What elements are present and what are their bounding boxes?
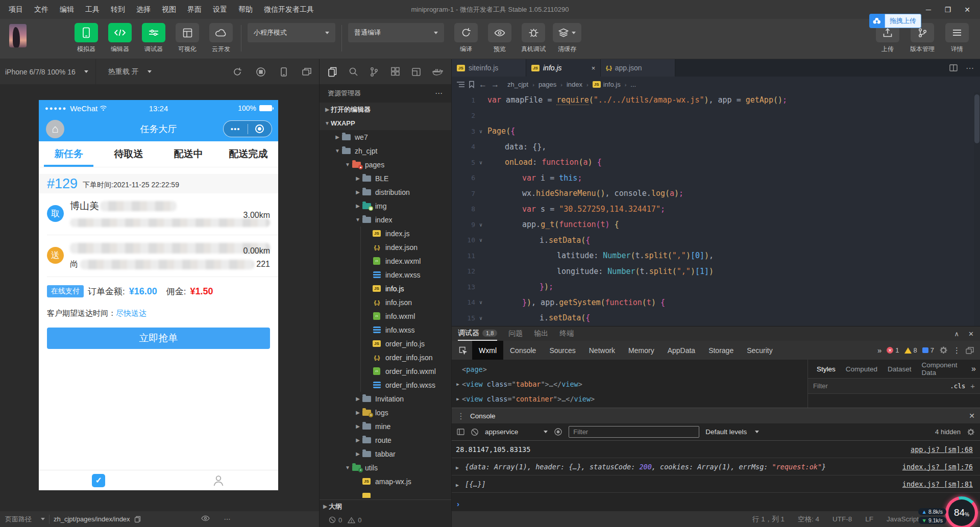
menu-item[interactable]: 转到: [106, 3, 130, 16]
tree-item-route[interactable]: ▶ route: [320, 433, 451, 447]
breadcrumb-item[interactable]: zh_cjpt: [507, 81, 528, 88]
home-button[interactable]: ⌂: [46, 120, 64, 138]
code-editor[interactable]: 1 var amapFile = require("../../utils/am…: [452, 92, 980, 326]
dock-side-icon[interactable]: [966, 347, 974, 354]
source-link[interactable]: index.js? [sm]:76: [902, 463, 973, 471]
editor-tab-siteinfo.js[interactable]: JSsiteinfo.js: [452, 59, 526, 77]
styles-filter-input[interactable]: Filter: [813, 382, 945, 390]
overflow-tabs-icon[interactable]: »: [971, 364, 976, 373]
copy-icon[interactable]: [134, 516, 141, 523]
tree-item[interactable]: [320, 488, 451, 499]
editor-tab-app.json[interactable]: {..}app.json: [601, 59, 675, 77]
order-tab-新任务[interactable]: 新任务: [39, 141, 99, 167]
tree-item-info.wxss[interactable]: info.wxss: [320, 323, 451, 337]
tree-item-logs[interactable]: ▶ ≡logs: [320, 406, 451, 419]
tree-item-order_info.wxss[interactable]: order_info.wxss: [320, 378, 451, 392]
tree-item-amap-wx.js[interactable]: JSamap-wx.js: [320, 474, 451, 488]
tree-item-we7[interactable]: ▶ we7: [320, 130, 451, 144]
rotate-device-icon[interactable]: [279, 67, 288, 77]
toolbar-button-编译[interactable]: 编译: [452, 23, 480, 54]
pickup-section[interactable]: 取 博山美 3.00km: [39, 193, 278, 235]
devtools-tab-Console[interactable]: Console: [503, 341, 543, 360]
toolbar-button-详情[interactable]: 详情: [943, 23, 971, 54]
wxml-node[interactable]: ▶ <view class="container">…</view>: [454, 391, 807, 406]
menu-item[interactable]: 编辑: [55, 3, 79, 16]
tree-item-info.json[interactable]: {..}info.json: [320, 295, 451, 309]
new-style-rule-icon[interactable]: +: [970, 382, 975, 390]
source-control-icon[interactable]: [370, 67, 379, 77]
log-levels-select[interactable]: Default levels: [705, 428, 759, 436]
devtools-tab-Storage[interactable]: Storage: [702, 341, 740, 360]
console-message[interactable]: 28.81147,105.83135 app.js? [sm]:68: [452, 441, 980, 458]
tree-item-order_info.js[interactable]: JSorder_info.js: [320, 337, 451, 350]
devtools-tab-AppData[interactable]: AppData: [661, 341, 702, 360]
bookmark-icon[interactable]: [469, 81, 475, 88]
clear-console-icon[interactable]: [471, 428, 479, 436]
order-tab-配送完成[interactable]: 配送完成: [218, 141, 278, 167]
menu-item[interactable]: 帮助: [234, 3, 257, 16]
performance-gauge[interactable]: 84%: [945, 496, 978, 527]
order-header[interactable]: #129 下单时间:2021-11-25 22:22:59: [39, 174, 278, 193]
menu-item[interactable]: 视图: [157, 3, 181, 16]
fold-arrow-icon[interactable]: ∨: [475, 315, 486, 321]
toolbar-button-真机调试[interactable]: 真机调试: [520, 23, 547, 54]
more-icon[interactable]: ⋯: [224, 515, 232, 523]
restart-icon[interactable]: [232, 67, 242, 77]
styles-tab-Dataset[interactable]: Dataset: [883, 365, 916, 373]
menu-item[interactable]: 项目: [4, 3, 28, 16]
console-settings-icon[interactable]: [967, 428, 975, 436]
breadcrumb-item[interactable]: ...: [630, 81, 636, 88]
devtools-tab-Sources[interactable]: Sources: [543, 341, 582, 360]
nav-forward-icon[interactable]: →: [491, 80, 499, 89]
tree-item-utils[interactable]: ▼ +utils: [320, 461, 451, 474]
console-message[interactable]: ▶ [{…}] index.js? [sm]:81: [452, 475, 980, 493]
console-filter-input[interactable]: Filter: [569, 426, 699, 438]
docker-icon[interactable]: [432, 67, 443, 76]
tree-item-index[interactable]: ▼ index: [320, 213, 451, 227]
close-drawer-icon[interactable]: ✕: [969, 412, 975, 420]
stop-icon[interactable]: [256, 67, 266, 77]
nav-back-icon[interactable]: ←: [479, 80, 487, 89]
tree-item-img[interactable]: ▶ ▦img: [320, 199, 451, 213]
fold-arrow-icon[interactable]: ∨: [475, 299, 486, 305]
tree-item-index.wxml[interactable]: ‹›index.wxml: [320, 254, 451, 268]
more-actions-icon[interactable]: ⋯: [966, 63, 974, 73]
close-tab-icon[interactable]: ×: [591, 64, 595, 72]
order-tab-配送中[interactable]: 配送中: [159, 141, 218, 167]
split-editor-icon[interactable]: [949, 64, 958, 71]
devtools-tab-Network[interactable]: Network: [582, 341, 622, 360]
close-panel-icon[interactable]: ✕: [968, 330, 974, 338]
wxml-tree[interactable]: <page> ▶ <view class="tabbar">…</view> ▶…: [452, 360, 807, 408]
inspect-element-icon[interactable]: [455, 346, 470, 355]
devtools-settings-icon[interactable]: [939, 346, 948, 355]
tree-item-BLE[interactable]: ▶ BLE: [320, 171, 451, 185]
fold-arrow-icon[interactable]: ∨: [475, 160, 486, 165]
tree-item-info.wxml[interactable]: ‹›info.wxml: [320, 309, 451, 323]
tree-item-index.js[interactable]: JSindex.js: [320, 227, 451, 240]
panel-tab-问题[interactable]: 问题: [508, 327, 523, 341]
tree-item-Invitation[interactable]: ▶ Invitation: [320, 392, 451, 406]
tree-item-distribution[interactable]: ▶ distribution: [320, 185, 451, 199]
device-select[interactable]: iPhone 6/7/8 100% 16: [0, 68, 88, 76]
outline-section[interactable]: ▶ 大纲: [320, 499, 451, 513]
mode-select[interactable]: 小程序模式: [248, 23, 335, 42]
live-expression-icon[interactable]: [554, 428, 562, 436]
source-link[interactable]: app.js? [sm]:68: [911, 445, 973, 454]
order-tab-待取送[interactable]: 待取送: [99, 141, 158, 167]
toolbar-button-编辑器[interactable]: 编辑器: [106, 23, 134, 54]
tree-item-info.js[interactable]: JSinfo.js: [320, 282, 451, 295]
expect-value[interactable]: 尽快送达: [116, 309, 146, 317]
breadcrumb-item[interactable]: JSinfo.js: [593, 81, 621, 88]
outline-list-icon[interactable]: [457, 81, 464, 88]
search-icon[interactable]: [349, 67, 358, 77]
overflow-tabs-icon[interactable]: »: [877, 346, 881, 355]
fold-arrow-icon[interactable]: ∨: [475, 237, 486, 243]
page-path-label[interactable]: 页面路径: [5, 515, 32, 524]
more-actions-icon[interactable]: ⋯: [435, 89, 443, 98]
menu-item[interactable]: 设置: [208, 3, 232, 16]
editor-scrollbar[interactable]: [974, 92, 980, 326]
user-avatar[interactable]: [9, 24, 27, 47]
panel-tab-调试器[interactable]: 调试器1,8: [458, 327, 497, 341]
drag-upload-badge[interactable]: 拖拽上传: [869, 14, 921, 28]
context-select[interactable]: appservice: [485, 428, 548, 436]
